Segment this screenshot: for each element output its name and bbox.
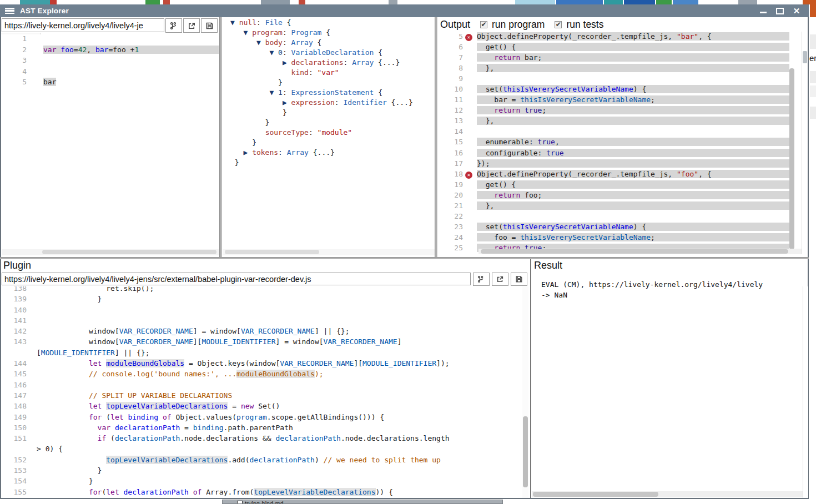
source-editor[interactable]: 12var foo=42, bar=foo +1345bar bbox=[1, 34, 219, 249]
code-line: } bbox=[230, 78, 435, 88]
code-line: 17}); bbox=[438, 159, 789, 170]
line-number: 5 bbox=[1, 78, 27, 86]
save-icon bbox=[205, 22, 214, 30]
open-external-button[interactable] bbox=[183, 18, 200, 33]
code-text: } bbox=[230, 118, 269, 127]
plugin-editor-clip: 138 ret.skip();139 }140141142 window[VAR… bbox=[1, 286, 522, 498]
code-line: 19 get() { bbox=[438, 180, 789, 191]
code-line: 1 bbox=[1, 34, 219, 46]
code-line: 20 return foo; bbox=[438, 191, 789, 201]
splitter-top-bottom[interactable] bbox=[0, 257, 809, 259]
output-editor[interactable]: 5✕Object.defineProperty(_recorder_.tempf… bbox=[438, 32, 789, 254]
background-window-header bbox=[810, 4, 816, 17]
plugin-vscrollbar[interactable] bbox=[522, 286, 528, 498]
output-vscrollbar[interactable] bbox=[802, 32, 807, 254]
output-inner-vscrollbar-thumb[interactable] bbox=[789, 68, 794, 249]
maximize-button[interactable] bbox=[775, 7, 784, 15]
ast-hscrollbar-thumb[interactable] bbox=[225, 250, 319, 254]
line-number: 140 bbox=[1, 306, 27, 314]
line-number: 5 bbox=[438, 32, 463, 41]
code-text: bar = thisIsVererySecretVariableName; bbox=[477, 95, 789, 104]
badge-spacer bbox=[465, 65, 472, 73]
line-number: 11 bbox=[438, 95, 463, 104]
code-text: } bbox=[230, 138, 256, 147]
output-hscrollbar[interactable] bbox=[478, 249, 802, 254]
code-line: 143 window[VAR_RECORDER_NAME][MODULE_IDE… bbox=[1, 337, 522, 348]
code-line: 150 var declarationPath = binding.path.p… bbox=[1, 424, 522, 434]
code-text: topLevelVariableDeclarations.add(declara… bbox=[37, 456, 441, 464]
code-text: ▶ declarations: Array {...} bbox=[230, 58, 400, 67]
code-line: 155 for(let declarationPath of Array.fro… bbox=[1, 488, 522, 498]
desktop-background-shape bbox=[261, 0, 290, 4]
source-hscrollbar-thumb[interactable] bbox=[42, 250, 216, 254]
line-number: 151 bbox=[1, 434, 27, 442]
code-text: for(let declarationPath of Array.from(to… bbox=[37, 488, 393, 496]
plugin-vscrollbar-thumb[interactable] bbox=[523, 416, 528, 487]
result-vscrollbar[interactable] bbox=[803, 286, 808, 498]
close-button[interactable]: ✕ bbox=[792, 7, 801, 15]
line-number: 144 bbox=[1, 359, 27, 367]
code-line: 5✕Object.defineProperty(_recorder_.tempf… bbox=[438, 32, 789, 43]
code-line: 145 // console.log('bound names:', ...mo… bbox=[1, 370, 522, 380]
minimize-button[interactable] bbox=[759, 7, 768, 15]
line-number: 8 bbox=[438, 64, 463, 72]
taskbar-item[interactable]: trying-bind.md bbox=[222, 500, 503, 504]
code-text: ▼ 0: VariableDeclaration { bbox=[230, 48, 382, 57]
run-program-checkbox[interactable]: ✔ bbox=[480, 21, 487, 28]
source-url-input[interactable] bbox=[2, 18, 164, 32]
code-line: 151 if (declarationPath.node.declaration… bbox=[1, 434, 522, 445]
badge-spacer bbox=[465, 129, 472, 136]
code-line: } bbox=[230, 158, 435, 168]
line-number: 142 bbox=[1, 327, 27, 335]
desktop-background-shape bbox=[556, 0, 603, 4]
ast-tree[interactable]: ▼ null: File { ▼ program: Program { ▼ bo… bbox=[223, 18, 435, 248]
code-line: 13 }, bbox=[438, 117, 789, 127]
code-line: 9 bbox=[438, 74, 789, 85]
code-text: bar bbox=[43, 78, 56, 86]
source-hscrollbar[interactable] bbox=[2, 249, 219, 255]
desktop-background-shape bbox=[604, 0, 623, 4]
plugin-title: Plugin bbox=[3, 260, 31, 271]
result-hscrollbar[interactable] bbox=[532, 491, 803, 497]
badge-spacer bbox=[465, 203, 472, 210]
run-tests-checkbox[interactable]: ✔ bbox=[555, 21, 562, 28]
line-number: 138 bbox=[1, 286, 27, 293]
badge-spacer bbox=[465, 245, 472, 253]
output-hscrollbar-thumb[interactable] bbox=[481, 249, 788, 254]
line-number: 23 bbox=[438, 223, 463, 231]
plugin-editor[interactable]: 138 ret.skip();139 }140141142 window[VAR… bbox=[1, 286, 522, 498]
output-vscrollbar-thumb[interactable] bbox=[803, 51, 807, 63]
plugin-fork-button[interactable] bbox=[473, 273, 490, 286]
plugin-save-button[interactable] bbox=[511, 273, 527, 286]
desktop-background-shape bbox=[656, 0, 672, 4]
result-title: Result bbox=[534, 260, 562, 271]
splitter-plugin-result[interactable] bbox=[530, 259, 531, 498]
code-text: }, bbox=[477, 64, 789, 72]
code-line: 5bar bbox=[1, 78, 219, 89]
code-line: } bbox=[230, 138, 435, 148]
result-hscrollbar-thumb[interactable] bbox=[533, 492, 658, 497]
badge-spacer bbox=[465, 182, 472, 189]
code-line: ▶ tokens: Array {...} bbox=[230, 148, 435, 158]
plugin-open-external-button[interactable] bbox=[492, 273, 508, 286]
ast-hscrollbar[interactable] bbox=[223, 249, 435, 255]
code-text: configurable: true bbox=[477, 149, 789, 157]
code-line: ▼ program: Program { bbox=[230, 28, 435, 38]
fork-button[interactable] bbox=[165, 18, 182, 33]
badge-spacer bbox=[465, 44, 472, 52]
code-text: } bbox=[37, 477, 93, 485]
plugin-url-input[interactable] bbox=[2, 273, 471, 285]
line-number: 6 bbox=[438, 43, 463, 51]
code-text: ▶ tokens: Array {...} bbox=[230, 148, 335, 157]
code-line: ▶ expression: Identifier {...} bbox=[230, 98, 435, 108]
menu-icon[interactable] bbox=[5, 8, 14, 14]
code-line: 149 for (let binding of Object.values(pr… bbox=[1, 413, 522, 424]
code-line: 142 window[VAR_RECORDER_NAME] = window[V… bbox=[1, 327, 522, 337]
code-text: }, bbox=[477, 201, 789, 210]
save-button[interactable] bbox=[201, 18, 218, 33]
desktop-background-shape bbox=[624, 0, 655, 4]
window-titlebar: AST Explorer ✕ bbox=[0, 4, 809, 17]
code-line: } bbox=[230, 118, 435, 128]
splitter-source-ast[interactable] bbox=[219, 17, 222, 257]
output-editor-clip: 5✕Object.defineProperty(_recorder_.tempf… bbox=[437, 32, 807, 254]
